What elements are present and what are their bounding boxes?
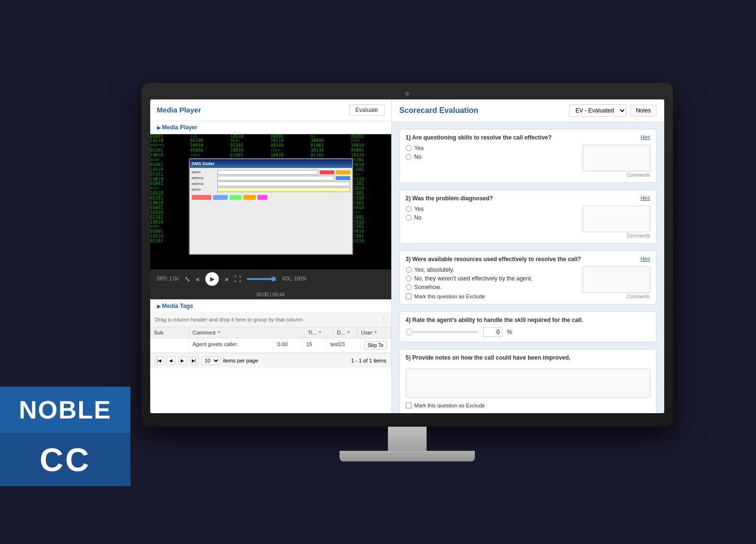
th-sub-label: Sub bbox=[154, 330, 164, 335]
color-box-2 bbox=[213, 195, 228, 200]
color-box-5 bbox=[257, 195, 267, 200]
question-1-options: Yes No bbox=[406, 145, 577, 178]
q1-option-yes: Yes bbox=[406, 145, 577, 152]
left-panel: Media Player Evaluate Media Player 01001… bbox=[150, 99, 392, 413]
noble-cc-text: CC bbox=[40, 441, 91, 478]
q2-label-yes: Yes bbox=[414, 206, 424, 212]
evaluate-button[interactable]: Evaluate bbox=[349, 104, 385, 116]
time-display-bar: 00:00 | 00:44 bbox=[150, 289, 391, 299]
question-4-row: 4) Rate the agent's ability to handle th… bbox=[406, 317, 650, 323]
question-3-comment-box: Comments bbox=[583, 266, 650, 299]
q3-label-3: Somehow. bbox=[414, 284, 442, 291]
table-header: Sub Comment ▼ Ti... ▼ D... ▼ bbox=[150, 327, 391, 338]
matrix-col-1: 0100110110ﾊﾐﾋｰｳｼ0110110010ﾊﾐﾋｰ0100110110… bbox=[150, 134, 190, 269]
q4-slider-knob[interactable] bbox=[406, 329, 413, 335]
inner-row-3: address bbox=[192, 181, 350, 186]
noble-logo: NOBLE CC bbox=[0, 387, 130, 486]
q3-label-2: No, they weren't used effectively by the… bbox=[414, 275, 533, 282]
monitor-frame: Media Player Evaluate Media Player 01001… bbox=[142, 83, 673, 427]
time-display: 00:00 | 00:44 bbox=[257, 292, 285, 297]
question-1-comment-label: Comments bbox=[627, 172, 650, 178]
q3-exclude-row: Mark this question as Exclude bbox=[406, 293, 577, 299]
q4-value-input[interactable]: 0 bbox=[483, 327, 502, 337]
question-1-hint[interactable]: Hint bbox=[641, 134, 650, 140]
q3-exclude-checkbox[interactable] bbox=[406, 293, 412, 299]
q3-radio-2[interactable] bbox=[406, 276, 412, 281]
inner-row-1: admin bbox=[192, 170, 350, 175]
inner-status-orange bbox=[336, 170, 350, 174]
td-sub bbox=[150, 338, 189, 352]
question-1-row: 1) Are questioning skills to resolve the… bbox=[406, 134, 650, 141]
speed-display: SPD: 1.0x bbox=[157, 276, 179, 281]
forward-icon[interactable]: » bbox=[225, 275, 228, 283]
question-3-textarea[interactable] bbox=[583, 266, 650, 293]
question-3-content: Yes, absolutely. No, they weren't used e… bbox=[406, 266, 650, 299]
th-d[interactable]: D... ▼ bbox=[333, 327, 357, 338]
th-comment-label: Comment bbox=[193, 330, 216, 335]
th-user[interactable]: User ▼ bbox=[357, 327, 391, 338]
question-2-hint[interactable]: Hint bbox=[641, 195, 650, 201]
resize-icon[interactable]: ⤡ bbox=[185, 275, 190, 283]
q2-radio-no[interactable] bbox=[406, 215, 412, 221]
q3-radio-3[interactable] bbox=[406, 284, 412, 290]
inner-window-body: admin address address bbox=[190, 168, 352, 254]
volume-bar[interactable] bbox=[247, 278, 276, 280]
q2-radio-yes[interactable] bbox=[406, 206, 412, 212]
play-button[interactable]: ▶ bbox=[205, 272, 219, 286]
th-comment[interactable]: Comment ▼ bbox=[189, 327, 304, 338]
notes-button[interactable]: Notes bbox=[630, 105, 656, 116]
question-5-textarea[interactable] bbox=[406, 369, 650, 398]
inner-label-1: admin bbox=[192, 170, 216, 174]
question-3-hint[interactable]: Hint bbox=[641, 256, 650, 262]
first-page-button[interactable]: |◀ bbox=[155, 356, 164, 365]
volume-knob[interactable] bbox=[271, 277, 276, 281]
question-2-text: 2) Was the problem diagnosed? bbox=[406, 195, 637, 202]
inner-label-3: address bbox=[192, 182, 216, 185]
video-controls-bar: SPD: 1.0x ⤡ « ▶ » ⛶ VOL: 100% bbox=[150, 269, 391, 289]
q5-exclude-checkbox[interactable] bbox=[406, 403, 412, 408]
fullscreen-icon[interactable]: ⛶ bbox=[234, 275, 241, 283]
th-ti[interactable]: Ti... ▼ bbox=[304, 327, 333, 338]
ev-dropdown[interactable]: EV - Evaluated bbox=[569, 104, 627, 117]
media-player-title: Media Player bbox=[157, 106, 201, 114]
question-2-comment-label: Comments bbox=[627, 233, 650, 238]
question-2-textarea[interactable] bbox=[583, 206, 650, 232]
camera-icon bbox=[405, 92, 409, 96]
q1-option-no: No bbox=[406, 153, 577, 160]
color-box-1 bbox=[192, 195, 211, 200]
th-sub[interactable]: Sub bbox=[150, 327, 189, 338]
inner-label-4: admin bbox=[192, 188, 216, 191]
rewind-icon[interactable]: « bbox=[196, 275, 200, 283]
q1-label-yes: Yes bbox=[414, 145, 424, 152]
inner-status-blue bbox=[336, 176, 350, 180]
per-page-select[interactable]: 10 25 50 bbox=[201, 356, 220, 365]
q4-slider-track[interactable] bbox=[406, 331, 478, 333]
th-user-sort: ▼ bbox=[374, 330, 378, 335]
media-tags-section: Media Tags bbox=[150, 299, 391, 313]
q2-option-no: No bbox=[406, 214, 577, 221]
column-options-icon[interactable]: ⋮ bbox=[381, 317, 386, 323]
skip-to-button[interactable]: Skip To bbox=[364, 341, 387, 349]
question-2-row: 2) Was the problem diagnosed? Hint bbox=[406, 195, 650, 202]
th-d-sort: ▼ bbox=[347, 330, 351, 335]
q3-radio-1[interactable] bbox=[406, 267, 412, 273]
last-page-button[interactable]: ▶| bbox=[190, 356, 199, 365]
td-action: Skip To bbox=[360, 338, 391, 352]
scorecard-header: Scorecard Evaluation EV - Evaluated Note… bbox=[392, 99, 664, 122]
q5-exclude-label: Mark this question as Exclude bbox=[414, 403, 485, 408]
question-3-comment-label: Comments bbox=[627, 294, 650, 299]
question-2-options: Yes No bbox=[406, 206, 577, 238]
table-row: Agent greets caller. 0.00 15 test23 Skip… bbox=[150, 338, 391, 353]
q1-radio-yes[interactable] bbox=[406, 145, 412, 151]
q3-label-1: Yes, absolutely. bbox=[414, 266, 455, 273]
prev-page-button[interactable]: ◀ bbox=[167, 356, 175, 365]
question-1-content: Yes No Comments bbox=[406, 145, 650, 178]
next-page-button[interactable]: ▶ bbox=[178, 356, 187, 365]
inner-row-4: admin bbox=[192, 187, 350, 192]
inner-title-text: DMS Dialer bbox=[192, 161, 215, 166]
question-1-textarea[interactable] bbox=[583, 145, 650, 171]
q1-radio-no[interactable] bbox=[406, 154, 412, 160]
media-tags-label[interactable]: Media Tags bbox=[150, 300, 391, 313]
noble-bottom-bar: CC bbox=[0, 433, 130, 486]
media-player-section-label[interactable]: Media Player bbox=[150, 121, 391, 134]
